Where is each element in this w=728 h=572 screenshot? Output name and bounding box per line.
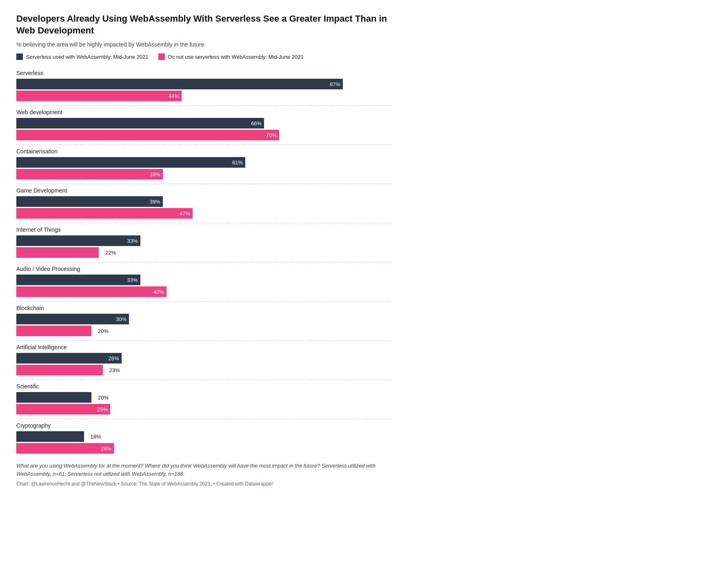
dark-bar-row: 33% xyxy=(16,235,392,246)
pink-bar-fill: 23% xyxy=(16,365,103,375)
pink-bar-label: 23% xyxy=(109,367,120,373)
pink-bar-label: 25% xyxy=(97,406,108,412)
row-divider xyxy=(16,301,392,302)
dark-bar-label: 66% xyxy=(251,120,262,126)
pink-bar-track: 26% xyxy=(16,443,392,454)
category-group: Web development66%70% xyxy=(16,105,392,140)
dark-bar-track: 39% xyxy=(16,196,392,207)
pink-bar-track: 47% xyxy=(16,208,392,219)
dark-bar-fill: 66% xyxy=(16,118,264,129)
pink-bar-label: 44% xyxy=(169,93,179,99)
pink-bar-row: 47% xyxy=(16,208,392,219)
pink-bar-label: 47% xyxy=(180,211,190,217)
pink-bar-track: 40% xyxy=(16,286,392,297)
dark-bar-fill: 39% xyxy=(16,196,163,207)
dark-bar-label: 39% xyxy=(150,199,160,205)
pink-bar-label: 40% xyxy=(153,289,164,295)
pink-bar-row: 26% xyxy=(16,443,392,454)
chart-area: Serverless87%44%Web development66%70%Con… xyxy=(16,70,392,454)
dark-bar-fill: 61% xyxy=(16,157,245,168)
row-divider xyxy=(16,105,392,106)
pink-bar-label: 70% xyxy=(266,132,277,138)
pink-bar-label: 22% xyxy=(105,250,116,256)
pink-bar-fill: 44% xyxy=(16,91,182,101)
pink-bar-track: 20% xyxy=(16,326,392,336)
category-group: Internet of Things33%22% xyxy=(16,223,392,258)
legend-item-pink: Do not use serverless with WebAssembly: … xyxy=(158,53,304,60)
dark-bar-label: 87% xyxy=(330,81,340,87)
category-label: Audio / Video Processing xyxy=(16,266,392,273)
category-label: Blockchain xyxy=(16,305,392,312)
pink-bar-track: 22% xyxy=(16,247,392,258)
category-group: Blockchain30%20% xyxy=(16,301,392,336)
pink-bar-fill: 20% xyxy=(16,326,91,336)
pink-bar-track: 39% xyxy=(16,169,392,180)
dark-bar-label: 30% xyxy=(116,316,127,322)
dark-bar-label: 61% xyxy=(232,160,243,166)
pink-bar-label: 39% xyxy=(150,171,160,177)
row-divider xyxy=(16,144,392,145)
footnote-italic: What are you using WebAssembly for at th… xyxy=(16,462,392,478)
category-group: Serverless87%44% xyxy=(16,70,392,101)
row-divider xyxy=(16,419,392,419)
pink-bar-fill: 26% xyxy=(16,443,114,454)
dark-bar-row: 28% xyxy=(16,353,392,364)
pink-bar-label: 20% xyxy=(98,328,109,334)
legend-color-dark xyxy=(16,53,23,60)
pink-bar-label: 26% xyxy=(101,446,111,452)
legend: Serverless used with WebAssembly: Mid-Ju… xyxy=(16,53,392,60)
dark-bar-track: 20% xyxy=(16,392,392,403)
category-group: Cryptography18%26% xyxy=(16,419,392,454)
category-group: Audio / Video Processing33%40% xyxy=(16,262,392,297)
pink-bar-track: 25% xyxy=(16,404,392,415)
dark-bar-label: 33% xyxy=(127,238,138,244)
dark-bar-track: 18% xyxy=(16,431,392,442)
dark-bar-track: 30% xyxy=(16,314,392,324)
dark-bar-row: 18% xyxy=(16,431,392,442)
category-label: Game Development xyxy=(16,187,392,195)
dark-bar-track: 33% xyxy=(16,275,392,285)
category-group: Game Development39%47% xyxy=(16,184,392,219)
category-label: Internet of Things xyxy=(16,226,392,234)
pink-bar-row: 39% xyxy=(16,169,392,180)
dark-bar-fill: 33% xyxy=(16,235,140,246)
dark-bar-track: 66% xyxy=(16,118,392,129)
pink-bar-row: 44% xyxy=(16,91,392,101)
dark-bar-fill: 20% xyxy=(16,392,91,403)
dark-bar-track: 33% xyxy=(16,235,392,246)
category-label: Artificial Intelligence xyxy=(16,344,392,351)
legend-label-dark: Serverless used with WebAssembly: Mid-Ju… xyxy=(26,54,149,60)
pink-bar-row: 40% xyxy=(16,286,392,297)
pink-bar-fill: 40% xyxy=(16,286,166,297)
category-label: Serverless xyxy=(16,70,392,77)
pink-bar-row: 23% xyxy=(16,365,392,375)
pink-bar-track: 44% xyxy=(16,91,392,101)
footnote-plain: Chart: @LawrenceHecht and @TheNewStack •… xyxy=(16,481,392,487)
pink-bar-row: 20% xyxy=(16,326,392,336)
dark-bar-row: 20% xyxy=(16,392,392,403)
dark-bar-track: 28% xyxy=(16,353,392,364)
dark-bar-fill: 30% xyxy=(16,314,129,324)
category-group: Scientific20%25% xyxy=(16,379,392,415)
pink-bar-track: 23% xyxy=(16,365,392,375)
category-label: Scientific xyxy=(16,383,392,390)
row-divider xyxy=(16,262,392,262)
dark-bar-label: 33% xyxy=(127,277,138,283)
legend-color-pink xyxy=(158,53,165,60)
dark-bar-fill: 33% xyxy=(16,275,140,285)
chart-title: Developers Already Using WebAssembly Wit… xyxy=(16,13,392,36)
dark-bar-row: 30% xyxy=(16,314,392,324)
row-divider xyxy=(16,379,392,380)
legend-label-pink: Do not use serverless with WebAssembly: … xyxy=(168,54,304,60)
dark-bar-label: 20% xyxy=(98,395,109,401)
category-label: Containerisation xyxy=(16,148,392,155)
dark-bar-label: 28% xyxy=(109,355,119,361)
legend-item-dark: Serverless used with WebAssembly: Mid-Ju… xyxy=(16,53,149,60)
row-divider xyxy=(16,340,392,341)
row-divider xyxy=(16,184,392,184)
dark-bar-row: 33% xyxy=(16,275,392,285)
chart-subtitle: % believing the area will be highly impa… xyxy=(16,41,392,48)
pink-bar-fill: 22% xyxy=(16,247,99,258)
pink-bar-track: 70% xyxy=(16,130,392,140)
pink-bar-fill: 47% xyxy=(16,208,193,219)
